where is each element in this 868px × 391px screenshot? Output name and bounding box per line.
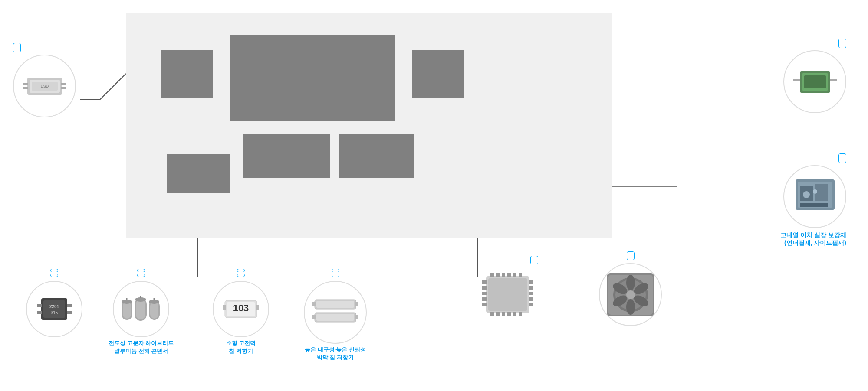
right-thermal-circle bbox=[783, 165, 846, 228]
right-varistor-circle bbox=[783, 50, 846, 113]
svg-rect-62 bbox=[316, 314, 354, 321]
svg-rect-16 bbox=[23, 87, 28, 89]
svg-rect-84 bbox=[496, 312, 500, 316]
svg-rect-78 bbox=[529, 280, 533, 284]
svg-rect-64 bbox=[355, 315, 358, 319]
right-thermal-tag bbox=[838, 153, 846, 163]
res-tag1 bbox=[237, 269, 245, 272]
sensor-tag1 bbox=[530, 256, 538, 264]
res-tag2 bbox=[237, 274, 245, 277]
fan-tag1 bbox=[627, 251, 635, 260]
svg-rect-41 bbox=[123, 302, 131, 319]
right-thermal-component: 고내열 이차 실장 보강재(언더필재, 사이드필재) bbox=[780, 154, 846, 247]
svg-rect-80 bbox=[529, 292, 533, 295]
svg-rect-39 bbox=[67, 311, 72, 314]
resistor-title: 소형 고전력칩 저항기 bbox=[226, 339, 256, 355]
svg-rect-17 bbox=[61, 83, 66, 85]
svg-rect-81 bbox=[529, 297, 533, 301]
power-inductor-item: 2201 315 bbox=[26, 269, 82, 339]
sensor-chip-visual bbox=[477, 267, 538, 321]
left-esd-tag bbox=[13, 43, 21, 52]
svg-rect-37 bbox=[67, 304, 72, 307]
sensor-block bbox=[339, 134, 414, 178]
resistor-circle: 103 bbox=[213, 281, 269, 337]
svg-point-31 bbox=[813, 189, 817, 194]
svg-point-96 bbox=[626, 299, 635, 315]
svg-text:103: 103 bbox=[233, 303, 249, 313]
svg-rect-15 bbox=[23, 83, 28, 85]
soc-block bbox=[230, 35, 395, 121]
svg-point-93 bbox=[626, 275, 635, 290]
svg-rect-18 bbox=[61, 87, 66, 89]
svg-rect-56 bbox=[256, 305, 259, 310]
svg-rect-72 bbox=[519, 273, 522, 277]
svg-rect-76 bbox=[482, 297, 487, 301]
svg-rect-38 bbox=[37, 311, 42, 314]
left-esd-circle: ESD bbox=[13, 55, 76, 117]
right-varistor-component bbox=[783, 39, 846, 117]
thin-resistor-circle bbox=[304, 281, 367, 344]
if-left-block bbox=[161, 50, 213, 98]
cap-tag2 bbox=[137, 274, 145, 277]
inductor-tag2 bbox=[50, 274, 58, 277]
svg-line-1 bbox=[100, 74, 126, 100]
svg-rect-88 bbox=[519, 312, 522, 316]
svg-rect-45 bbox=[136, 300, 145, 319]
svg-rect-22 bbox=[804, 75, 826, 88]
svg-rect-55 bbox=[223, 305, 226, 310]
thin-resistor-title: 높은 내구성·높은 신뢰성박막 칩 저항기 bbox=[305, 346, 366, 362]
svg-rect-71 bbox=[513, 273, 516, 277]
thin-res-tag2 bbox=[332, 274, 339, 277]
svg-rect-67 bbox=[490, 273, 494, 277]
fan-circle bbox=[599, 263, 662, 326]
svg-rect-59 bbox=[312, 302, 316, 306]
svg-rect-70 bbox=[507, 273, 511, 277]
cap-title: 전도성 고분자 하이브리드알루미늄 전해 콘덴서 bbox=[108, 339, 174, 355]
svg-rect-60 bbox=[355, 302, 358, 306]
svg-rect-33 bbox=[43, 300, 65, 318]
inductor-circle: 2201 315 bbox=[26, 281, 82, 337]
svg-rect-66 bbox=[488, 278, 527, 311]
svg-point-99 bbox=[626, 290, 635, 299]
resistor-item: 103 소형 고전력칩 저항기 bbox=[213, 269, 269, 355]
capacitor-item: 전도성 고분자 하이브리드알루미늄 전해 콘덴서 bbox=[108, 269, 174, 355]
inductor-tag1 bbox=[50, 269, 58, 272]
capacitor-circle bbox=[113, 281, 169, 337]
thin-resistor-item: 높은 내구성·높은 신뢰성박막 칩 저항기 bbox=[304, 269, 367, 362]
svg-rect-87 bbox=[513, 312, 516, 316]
thin-res-tag1 bbox=[332, 269, 339, 272]
cap-tag1 bbox=[137, 269, 145, 272]
svg-rect-79 bbox=[529, 286, 533, 290]
svg-text:ESD: ESD bbox=[40, 84, 49, 88]
svg-rect-73 bbox=[482, 280, 487, 284]
svg-rect-23 bbox=[793, 79, 800, 81]
if-right-block bbox=[412, 50, 464, 98]
svg-text:2201: 2201 bbox=[49, 304, 59, 309]
svg-rect-82 bbox=[529, 303, 533, 306]
fan-item bbox=[599, 251, 662, 328]
svg-rect-24 bbox=[830, 79, 837, 81]
svg-rect-86 bbox=[507, 312, 511, 316]
svg-rect-85 bbox=[502, 312, 505, 316]
svg-rect-77 bbox=[482, 303, 487, 306]
memory-block bbox=[243, 134, 330, 178]
svg-point-30 bbox=[803, 191, 810, 198]
svg-rect-58 bbox=[316, 301, 354, 308]
svg-rect-75 bbox=[482, 292, 487, 295]
svg-rect-49 bbox=[150, 302, 158, 319]
svg-rect-63 bbox=[312, 315, 316, 319]
svg-rect-29 bbox=[800, 203, 828, 207]
svg-rect-74 bbox=[482, 286, 487, 290]
svg-rect-36 bbox=[37, 304, 42, 307]
right-thermal-title: 고내열 이차 실장 보강재(언더필재, 사이드필재) bbox=[780, 231, 846, 247]
right-varistor-tag bbox=[838, 39, 846, 48]
svg-rect-83 bbox=[490, 312, 494, 316]
sensor-item bbox=[477, 256, 538, 323]
left-esd-component: ESD bbox=[13, 43, 76, 121]
svg-rect-69 bbox=[502, 273, 505, 277]
svg-rect-68 bbox=[496, 273, 500, 277]
svg-text:315: 315 bbox=[51, 310, 58, 315]
dcdc-block bbox=[167, 154, 230, 193]
